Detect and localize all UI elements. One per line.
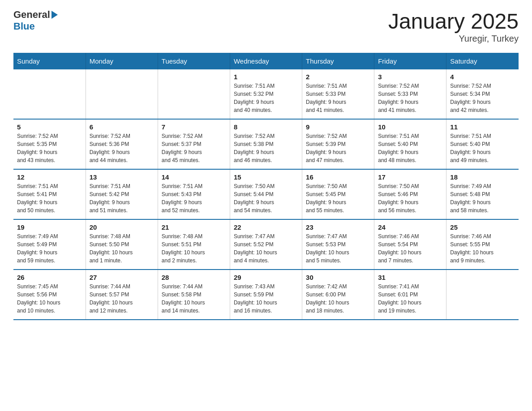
calendar-cell: 11Sunrise: 7:51 AM Sunset: 5:40 PM Dayli… [446,119,519,169]
day-info: Sunrise: 7:45 AM Sunset: 5:56 PM Dayligh… [17,283,82,315]
day-info: Sunrise: 7:46 AM Sunset: 5:54 PM Dayligh… [378,232,442,265]
calendar-cell: 15Sunrise: 7:50 AM Sunset: 5:44 PM Dayli… [230,169,302,219]
day-number: 21 [162,223,226,231]
day-info: Sunrise: 7:51 AM Sunset: 5:33 PM Dayligh… [306,82,370,114]
calendar-cell: 24Sunrise: 7:46 AM Sunset: 5:54 PM Dayli… [374,219,446,270]
logo: General Blue [13,9,58,32]
calendar-cell: 23Sunrise: 7:47 AM Sunset: 5:53 PM Dayli… [302,219,374,270]
day-info: Sunrise: 7:44 AM Sunset: 5:57 PM Dayligh… [90,283,154,315]
logo-blue-text: Blue [13,21,58,32]
calendar-cell: 27Sunrise: 7:44 AM Sunset: 5:57 PM Dayli… [86,270,158,320]
day-info: Sunrise: 7:52 AM Sunset: 5:39 PM Dayligh… [306,132,370,164]
week-row-1: 1Sunrise: 7:51 AM Sunset: 5:32 PM Daylig… [13,69,519,119]
weekday-header-friday: Friday [374,53,446,69]
calendar-cell: 18Sunrise: 7:49 AM Sunset: 5:48 PM Dayli… [446,169,519,219]
day-number: 4 [450,73,515,81]
calendar-cell: 29Sunrise: 7:43 AM Sunset: 5:59 PM Dayli… [230,270,302,320]
day-number: 8 [234,123,298,131]
calendar-cell: 22Sunrise: 7:47 AM Sunset: 5:52 PM Dayli… [230,219,302,270]
weekday-header-thursday: Thursday [302,53,374,69]
calendar-cell: 6Sunrise: 7:52 AM Sunset: 5:36 PM Daylig… [86,119,158,169]
day-info: Sunrise: 7:50 AM Sunset: 5:44 PM Dayligh… [234,182,298,214]
day-number: 18 [450,173,515,181]
weekday-header-sunday: Sunday [13,53,86,69]
calendar-cell [158,69,230,119]
day-number: 29 [234,274,298,281]
day-info: Sunrise: 7:48 AM Sunset: 5:50 PM Dayligh… [90,232,154,265]
weekday-header-monday: Monday [86,53,158,69]
day-info: Sunrise: 7:49 AM Sunset: 5:49 PM Dayligh… [17,232,82,265]
calendar-cell: 28Sunrise: 7:44 AM Sunset: 5:58 PM Dayli… [158,270,230,320]
day-info: Sunrise: 7:50 AM Sunset: 5:45 PM Dayligh… [306,182,370,214]
day-number: 12 [17,173,82,181]
calendar-cell: 10Sunrise: 7:51 AM Sunset: 5:40 PM Dayli… [374,119,446,169]
day-info: Sunrise: 7:44 AM Sunset: 5:58 PM Dayligh… [162,283,226,315]
day-info: Sunrise: 7:52 AM Sunset: 5:38 PM Dayligh… [234,132,298,164]
calendar-cell: 31Sunrise: 7:41 AM Sunset: 6:01 PM Dayli… [374,270,446,320]
logo-arrow-icon [51,11,58,19]
day-info: Sunrise: 7:47 AM Sunset: 5:52 PM Dayligh… [234,232,298,265]
day-info: Sunrise: 7:52 AM Sunset: 5:35 PM Dayligh… [17,132,82,164]
day-info: Sunrise: 7:51 AM Sunset: 5:41 PM Dayligh… [17,182,82,214]
weekday-header-saturday: Saturday [446,53,519,69]
day-number: 20 [90,223,154,231]
calendar-cell: 4Sunrise: 7:52 AM Sunset: 5:34 PM Daylig… [446,69,519,119]
day-number: 5 [17,123,82,131]
day-info: Sunrise: 7:51 AM Sunset: 5:42 PM Dayligh… [90,182,154,214]
day-number: 9 [306,123,370,131]
calendar-cell: 8Sunrise: 7:52 AM Sunset: 5:38 PM Daylig… [230,119,302,169]
calendar-cell: 2Sunrise: 7:51 AM Sunset: 5:33 PM Daylig… [302,69,374,119]
week-row-2: 5Sunrise: 7:52 AM Sunset: 5:35 PM Daylig… [13,119,519,169]
day-number: 16 [306,173,370,181]
day-info: Sunrise: 7:51 AM Sunset: 5:32 PM Dayligh… [234,82,298,114]
page-header: General Blue January 2025 Yuregir, Turke… [13,9,519,44]
calendar-cell: 9Sunrise: 7:52 AM Sunset: 5:39 PM Daylig… [302,119,374,169]
day-info: Sunrise: 7:52 AM Sunset: 5:37 PM Dayligh… [162,132,226,164]
day-info: Sunrise: 7:46 AM Sunset: 5:55 PM Dayligh… [450,232,515,265]
day-number: 28 [162,274,226,281]
week-row-5: 26Sunrise: 7:45 AM Sunset: 5:56 PM Dayli… [13,270,519,320]
weekday-header-tuesday: Tuesday [158,53,230,69]
day-info: Sunrise: 7:47 AM Sunset: 5:53 PM Dayligh… [306,232,370,265]
day-number: 14 [162,173,226,181]
calendar-cell: 7Sunrise: 7:52 AM Sunset: 5:37 PM Daylig… [158,119,230,169]
day-number: 31 [378,274,442,281]
calendar-cell: 16Sunrise: 7:50 AM Sunset: 5:45 PM Dayli… [302,169,374,219]
calendar-title: January 2025 [388,9,519,34]
calendar-cell: 14Sunrise: 7:51 AM Sunset: 5:43 PM Dayli… [158,169,230,219]
day-info: Sunrise: 7:52 AM Sunset: 5:34 PM Dayligh… [450,82,515,114]
day-number: 10 [378,123,442,131]
calendar-cell: 5Sunrise: 7:52 AM Sunset: 5:35 PM Daylig… [13,119,86,169]
day-number: 30 [306,274,370,281]
calendar-table: SundayMondayTuesdayWednesdayThursdayFrid… [13,53,519,320]
day-info: Sunrise: 7:52 AM Sunset: 5:33 PM Dayligh… [378,82,442,114]
day-info: Sunrise: 7:43 AM Sunset: 5:59 PM Dayligh… [234,283,298,315]
day-number: 27 [90,274,154,281]
day-number: 22 [234,223,298,231]
calendar-cell: 19Sunrise: 7:49 AM Sunset: 5:49 PM Dayli… [13,219,86,270]
day-number: 7 [162,123,226,131]
day-number: 2 [306,73,370,81]
week-row-3: 12Sunrise: 7:51 AM Sunset: 5:41 PM Dayli… [13,169,519,219]
calendar-cell: 25Sunrise: 7:46 AM Sunset: 5:55 PM Dayli… [446,219,519,270]
calendar-body: 1Sunrise: 7:51 AM Sunset: 5:32 PM Daylig… [13,69,519,320]
day-info: Sunrise: 7:52 AM Sunset: 5:36 PM Dayligh… [90,132,154,164]
day-number: 3 [378,73,442,81]
calendar-subtitle: Yuregir, Turkey [388,34,519,44]
day-number: 19 [17,223,82,231]
day-info: Sunrise: 7:50 AM Sunset: 5:46 PM Dayligh… [378,182,442,214]
calendar-cell: 1Sunrise: 7:51 AM Sunset: 5:32 PM Daylig… [230,69,302,119]
logo-general-text: General [13,9,50,21]
week-row-4: 19Sunrise: 7:49 AM Sunset: 5:49 PM Dayli… [13,219,519,270]
weekday-header-wednesday: Wednesday [230,53,302,69]
title-section: January 2025 Yuregir, Turkey [388,9,519,44]
calendar-cell [13,69,86,119]
day-number: 1 [234,73,298,81]
calendar-cell: 26Sunrise: 7:45 AM Sunset: 5:56 PM Dayli… [13,270,86,320]
day-number: 6 [90,123,154,131]
weekday-header-row: SundayMondayTuesdayWednesdayThursdayFrid… [13,53,519,69]
day-info: Sunrise: 7:41 AM Sunset: 6:01 PM Dayligh… [378,283,442,315]
calendar-cell: 3Sunrise: 7:52 AM Sunset: 5:33 PM Daylig… [374,69,446,119]
calendar-cell: 20Sunrise: 7:48 AM Sunset: 5:50 PM Dayli… [86,219,158,270]
day-info: Sunrise: 7:51 AM Sunset: 5:43 PM Dayligh… [162,182,226,214]
